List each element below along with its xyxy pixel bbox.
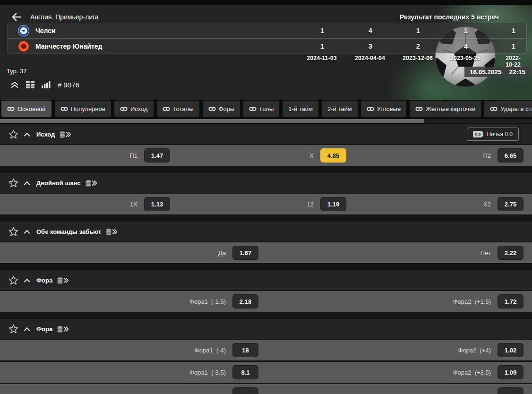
odds-button[interactable]: 1.09 bbox=[498, 365, 523, 379]
odds-option: X22.75 bbox=[483, 197, 523, 211]
tabs-scrollbar bbox=[0, 117, 532, 124]
odds-option: 1X1.13 bbox=[130, 197, 170, 211]
odds-option: Фора1 (-1.5)2.18 bbox=[189, 294, 258, 308]
favorite-star-icon[interactable] bbox=[9, 324, 18, 334]
tab-основной[interactable]: Основной bbox=[1, 101, 51, 117]
betting-page: Англия. Премьер-лига Результат последних… bbox=[0, 0, 532, 394]
collapse-all-icon[interactable] bbox=[10, 81, 19, 88]
scrollbar-thumb[interactable] bbox=[0, 119, 424, 123]
odds-button[interactable]: 1.67 bbox=[232, 246, 258, 260]
tab-label: Форы bbox=[219, 105, 235, 112]
odds-option: П26.65 bbox=[483, 148, 523, 163]
odds-button[interactable]: 2.18 bbox=[232, 294, 258, 308]
team-row[interactable]: Манчестер Юнайтед13241 bbox=[8, 38, 526, 53]
h2h-score: 1 bbox=[512, 27, 515, 34]
collapse-chevron-icon[interactable] bbox=[24, 327, 30, 331]
odds-option: Фора1 (-4)18 bbox=[195, 343, 258, 357]
odds-option: 121.19 bbox=[307, 197, 346, 211]
odds-option: X4.85 bbox=[309, 148, 346, 163]
teams-score-panel: Челси14111Манчестер Юнайтед13241 bbox=[7, 23, 527, 54]
odds-button[interactable]: 2.75 bbox=[498, 197, 523, 211]
odds-option-label: Фора1 (-4) bbox=[195, 347, 226, 354]
odds-row: Фора1 (-1.5)2.18Фора2 (+1.5)1.72 bbox=[0, 291, 532, 312]
odds-option-label: П1 bbox=[129, 152, 137, 159]
tab-label: Основной bbox=[17, 105, 46, 112]
market-section: Обе команды забьютДа1.67Нет2.22 bbox=[0, 222, 532, 263]
market-section: Двойной шанс1X1.13121.19X22.75 bbox=[0, 173, 532, 214]
collapse-chevron-icon[interactable] bbox=[24, 181, 30, 185]
odds-option: П11.47 bbox=[129, 148, 170, 163]
h2h-date: 2022-10-22 bbox=[506, 55, 521, 68]
h2h-date: 2024-11-03 bbox=[307, 55, 336, 61]
market-header: Исход0:0Ничья 0:0 bbox=[0, 124, 532, 144]
tab-2-й-тайм[interactable]: 2-й тайм bbox=[322, 101, 358, 117]
h2h-score: 3 bbox=[369, 43, 372, 50]
back-button[interactable] bbox=[11, 13, 22, 21]
tab-тоталы[interactable]: Тоталы bbox=[157, 101, 199, 117]
team-row[interactable]: Челси14111 bbox=[8, 23, 526, 38]
link-icon bbox=[163, 106, 170, 111]
odds-row: 1X1.13121.19X22.75 bbox=[0, 194, 532, 214]
round-label: Тур. 37 bbox=[7, 68, 26, 75]
odds-row: Да1.67Нет2.22 bbox=[0, 242, 532, 263]
odds-button[interactable]: 18 bbox=[232, 343, 258, 357]
statistics-chart-icon[interactable] bbox=[42, 81, 51, 88]
odds-button[interactable]: 1.47 bbox=[144, 148, 170, 163]
chelsea-logo-icon bbox=[18, 25, 29, 36]
market-header: Фора bbox=[0, 319, 532, 339]
tab-удары-в-створ[interactable]: Удары в створ bbox=[484, 101, 532, 117]
collapse-chevron-icon[interactable] bbox=[24, 278, 30, 283]
market-section: ФораФора1 (-1.5)2.18Фора2 (+1.5)1.72 bbox=[0, 270, 532, 312]
tab-label: Желтые карточки bbox=[426, 105, 475, 112]
odds-button[interactable]: 1.19 bbox=[320, 197, 346, 211]
tab-желтые-карточки[interactable]: Желтые карточки bbox=[410, 101, 481, 117]
favorite-star-icon[interactable] bbox=[9, 178, 18, 188]
odds-button[interactable]: 4.85 bbox=[320, 148, 346, 163]
lineup-grid-icon[interactable] bbox=[26, 81, 34, 88]
odds-button[interactable]: 8.1 bbox=[232, 365, 258, 379]
h2h-score: 1 bbox=[464, 27, 468, 34]
favorite-star-icon[interactable] bbox=[9, 227, 18, 236]
tab-label: Удары в створ bbox=[500, 105, 532, 112]
odds-option: Фора2 (+4)1.02 bbox=[458, 343, 523, 357]
odds-option: Нет2.22 bbox=[481, 246, 523, 260]
tab-угловые[interactable]: Угловые bbox=[361, 101, 407, 117]
market-header: Обе команды забьют bbox=[0, 222, 532, 241]
odds-option-label: Да bbox=[218, 249, 226, 257]
h2h-date: 2023-05-25 bbox=[450, 55, 481, 61]
tab-форы[interactable]: Форы bbox=[203, 101, 240, 117]
h2h-score: 1 bbox=[320, 27, 324, 34]
tab-голы[interactable]: Голы bbox=[243, 101, 279, 117]
odds-button[interactable] bbox=[498, 387, 523, 394]
collapse-chevron-icon[interactable] bbox=[24, 132, 30, 137]
cashout-coins-icon bbox=[59, 130, 71, 138]
team-name: Челси bbox=[35, 27, 56, 34]
match-header: Англия. Премьер-лига Результат последних… bbox=[0, 5, 532, 100]
cashout-coins-icon bbox=[57, 325, 69, 333]
tab-исход[interactable]: Исход bbox=[114, 101, 154, 117]
collapse-chevron-icon[interactable] bbox=[24, 230, 30, 234]
odds-option: Да1.67 bbox=[218, 246, 258, 260]
tab-популярное[interactable]: Популярное bbox=[55, 101, 111, 117]
link-icon bbox=[249, 106, 257, 111]
favorite-star-icon[interactable] bbox=[9, 129, 18, 139]
odds-button[interactable]: 6.65 bbox=[498, 148, 523, 163]
odds-button[interactable]: 2.22 bbox=[498, 246, 523, 260]
odds-row: Фора1 (-3.5)8.1Фора2 (+3.5)1.09 bbox=[0, 362, 532, 383]
header-top-row: Англия. Премьер-лига Результат последних… bbox=[0, 12, 532, 25]
odds-button[interactable] bbox=[232, 387, 258, 394]
match-datetime-badge: 16.05.2025 22:15 bbox=[464, 67, 531, 77]
score-tag-icon: 0:0 bbox=[473, 131, 483, 137]
odds-option: Фора2 (+3.5)1.09 bbox=[453, 365, 523, 379]
draw-score-button[interactable]: 0:0Ничья 0:0 bbox=[467, 128, 519, 141]
tab-1-й-тайм[interactable]: 1-й тайм bbox=[283, 101, 318, 117]
odds-row bbox=[0, 384, 532, 394]
cashout-coins-icon bbox=[85, 179, 97, 187]
odds-button[interactable]: 1.72 bbox=[498, 294, 523, 308]
cashout-coins-icon bbox=[105, 228, 118, 236]
odds-button[interactable]: 1.02 bbox=[498, 343, 523, 357]
odds-button[interactable]: 1.13 bbox=[144, 197, 170, 211]
tab-label: Голы bbox=[259, 105, 274, 112]
link-icon bbox=[415, 106, 423, 111]
favorite-star-icon[interactable] bbox=[9, 275, 18, 285]
